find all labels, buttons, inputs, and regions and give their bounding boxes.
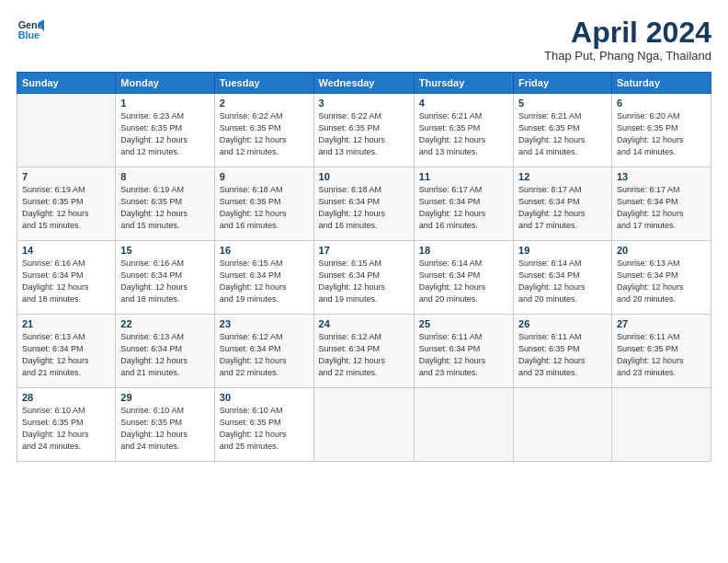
calendar-cell: 22Sunrise: 6:13 AMSunset: 6:34 PMDayligh…: [116, 315, 215, 388]
day-number: 29: [120, 392, 210, 403]
calendar-cell: 16Sunrise: 6:15 AMSunset: 6:34 PMDayligh…: [214, 241, 313, 315]
day-number: 19: [518, 245, 607, 256]
day-number: 6: [617, 98, 706, 109]
calendar-cell: 26Sunrise: 6:11 AMSunset: 6:35 PMDayligh…: [514, 315, 612, 388]
calendar-cell: 25Sunrise: 6:11 AMSunset: 6:34 PMDayligh…: [414, 315, 513, 388]
calendar-cell: 28Sunrise: 6:10 AMSunset: 6:35 PMDayligh…: [17, 388, 116, 462]
calendar-cell: 3Sunrise: 6:22 AMSunset: 6:35 PMDaylight…: [313, 94, 414, 167]
calendar-cell: [611, 388, 711, 462]
calendar-cell: 2Sunrise: 6:22 AMSunset: 6:35 PMDaylight…: [214, 94, 313, 167]
day-detail: Sunrise: 6:19 AMSunset: 6:35 PMDaylight:…: [22, 184, 110, 232]
day-number: 20: [617, 245, 706, 256]
day-detail: Sunrise: 6:17 AMSunset: 6:34 PMDaylight:…: [419, 184, 508, 232]
day-number: 8: [120, 171, 210, 182]
day-number: 24: [319, 318, 409, 329]
day-number: 7: [22, 171, 110, 182]
day-detail: Sunrise: 6:23 AMSunset: 6:35 PMDaylight:…: [120, 110, 210, 158]
day-detail: Sunrise: 6:15 AMSunset: 6:34 PMDaylight:…: [220, 258, 309, 305]
col-header-sunday: Sunday: [17, 73, 116, 94]
col-header-thursday: Thursday: [414, 73, 513, 94]
calendar-cell: 11Sunrise: 6:17 AMSunset: 6:34 PMDayligh…: [414, 167, 513, 241]
calendar-cell: 21Sunrise: 6:13 AMSunset: 6:34 PMDayligh…: [17, 315, 116, 388]
week-row-3: 14Sunrise: 6:16 AMSunset: 6:34 PMDayligh…: [17, 241, 711, 315]
day-detail: Sunrise: 6:12 AMSunset: 6:34 PMDaylight:…: [220, 331, 309, 379]
col-header-friday: Friday: [514, 73, 612, 94]
day-detail: Sunrise: 6:10 AMSunset: 6:35 PMDaylight:…: [220, 405, 309, 453]
day-detail: Sunrise: 6:11 AMSunset: 6:35 PMDaylight:…: [617, 331, 706, 379]
day-number: 22: [120, 318, 210, 329]
calendar-cell: 27Sunrise: 6:11 AMSunset: 6:35 PMDayligh…: [611, 315, 711, 388]
calendar-cell: 10Sunrise: 6:18 AMSunset: 6:34 PMDayligh…: [313, 167, 414, 241]
calendar-cell: [514, 388, 612, 462]
calendar-cell: 12Sunrise: 6:17 AMSunset: 6:34 PMDayligh…: [514, 167, 612, 241]
day-detail: Sunrise: 6:10 AMSunset: 6:35 PMDaylight:…: [120, 405, 210, 453]
calendar-cell: 8Sunrise: 6:19 AMSunset: 6:35 PMDaylight…: [116, 167, 215, 241]
week-row-4: 21Sunrise: 6:13 AMSunset: 6:34 PMDayligh…: [17, 315, 711, 388]
col-header-tuesday: Tuesday: [214, 73, 313, 94]
day-number: 13: [617, 171, 706, 182]
day-number: 11: [419, 171, 508, 182]
header: General Blue April 2024 Thap Put, Phang …: [17, 17, 711, 63]
calendar-cell: 30Sunrise: 6:10 AMSunset: 6:35 PMDayligh…: [214, 388, 313, 462]
week-row-1: 1Sunrise: 6:23 AMSunset: 6:35 PMDaylight…: [17, 94, 711, 167]
day-number: 21: [22, 318, 110, 329]
calendar-cell: 23Sunrise: 6:12 AMSunset: 6:34 PMDayligh…: [214, 315, 313, 388]
day-detail: Sunrise: 6:11 AMSunset: 6:35 PMDaylight:…: [518, 331, 607, 379]
calendar-cell: 18Sunrise: 6:14 AMSunset: 6:34 PMDayligh…: [414, 241, 513, 315]
calendar-cell: 7Sunrise: 6:19 AMSunset: 6:35 PMDaylight…: [17, 167, 116, 241]
day-number: 16: [220, 245, 309, 256]
calendar-cell: 9Sunrise: 6:18 AMSunset: 6:35 PMDaylight…: [214, 167, 313, 241]
calendar-cell: 13Sunrise: 6:17 AMSunset: 6:34 PMDayligh…: [611, 167, 711, 241]
header-row: SundayMondayTuesdayWednesdayThursdayFrid…: [17, 73, 711, 94]
day-number: 12: [518, 171, 607, 182]
day-detail: Sunrise: 6:21 AMSunset: 6:35 PMDaylight:…: [518, 110, 607, 158]
day-detail: Sunrise: 6:18 AMSunset: 6:35 PMDaylight:…: [220, 184, 309, 232]
day-detail: Sunrise: 6:17 AMSunset: 6:34 PMDaylight:…: [617, 184, 706, 232]
day-number: 15: [120, 245, 210, 256]
calendar-cell: 17Sunrise: 6:15 AMSunset: 6:34 PMDayligh…: [313, 241, 414, 315]
calendar-cell: 24Sunrise: 6:12 AMSunset: 6:34 PMDayligh…: [313, 315, 414, 388]
calendar-table: SundayMondayTuesdayWednesdayThursdayFrid…: [17, 72, 711, 462]
week-row-2: 7Sunrise: 6:19 AMSunset: 6:35 PMDaylight…: [17, 167, 711, 241]
day-detail: Sunrise: 6:17 AMSunset: 6:34 PMDaylight:…: [518, 184, 607, 232]
day-number: 4: [419, 98, 508, 109]
svg-text:Blue: Blue: [18, 29, 40, 40]
day-detail: Sunrise: 6:13 AMSunset: 6:34 PMDaylight:…: [120, 331, 210, 379]
week-row-5: 28Sunrise: 6:10 AMSunset: 6:35 PMDayligh…: [17, 388, 711, 462]
day-number: 30: [220, 392, 309, 403]
calendar-cell: [414, 388, 513, 462]
day-detail: Sunrise: 6:14 AMSunset: 6:34 PMDaylight:…: [518, 258, 607, 305]
day-detail: Sunrise: 6:13 AMSunset: 6:34 PMDaylight:…: [617, 258, 706, 305]
calendar-cell: 5Sunrise: 6:21 AMSunset: 6:35 PMDaylight…: [514, 94, 612, 167]
logo-icon: General Blue: [17, 17, 44, 44]
title-block: April 2024 Thap Put, Phang Nga, Thailand: [544, 17, 711, 63]
day-detail: Sunrise: 6:22 AMSunset: 6:35 PMDaylight:…: [319, 110, 409, 158]
calendar-cell: 6Sunrise: 6:20 AMSunset: 6:35 PMDaylight…: [611, 94, 711, 167]
day-detail: Sunrise: 6:14 AMSunset: 6:34 PMDaylight:…: [419, 258, 508, 305]
day-number: 18: [419, 245, 508, 256]
day-detail: Sunrise: 6:18 AMSunset: 6:34 PMDaylight:…: [319, 184, 409, 232]
day-detail: Sunrise: 6:10 AMSunset: 6:35 PMDaylight:…: [22, 405, 110, 453]
day-number: 9: [220, 171, 309, 182]
col-header-saturday: Saturday: [611, 73, 711, 94]
page: General Blue April 2024 Thap Put, Phang …: [0, 0, 728, 563]
calendar-cell: 14Sunrise: 6:16 AMSunset: 6:34 PMDayligh…: [17, 241, 116, 315]
day-number: 25: [419, 318, 508, 329]
col-header-monday: Monday: [116, 73, 215, 94]
day-number: 26: [518, 318, 607, 329]
calendar-cell: 1Sunrise: 6:23 AMSunset: 6:35 PMDaylight…: [116, 94, 215, 167]
location-subtitle: Thap Put, Phang Nga, Thailand: [544, 49, 711, 63]
day-number: 23: [220, 318, 309, 329]
day-detail: Sunrise: 6:11 AMSunset: 6:34 PMDaylight:…: [419, 331, 508, 379]
month-title: April 2024: [544, 17, 711, 49]
day-detail: Sunrise: 6:16 AMSunset: 6:34 PMDaylight:…: [120, 258, 210, 305]
day-detail: Sunrise: 6:20 AMSunset: 6:35 PMDaylight:…: [617, 110, 706, 158]
calendar-cell: 19Sunrise: 6:14 AMSunset: 6:34 PMDayligh…: [514, 241, 612, 315]
calendar-cell: [313, 388, 414, 462]
day-detail: Sunrise: 6:19 AMSunset: 6:35 PMDaylight:…: [120, 184, 210, 232]
calendar-cell: 15Sunrise: 6:16 AMSunset: 6:34 PMDayligh…: [116, 241, 215, 315]
day-number: 5: [518, 98, 607, 109]
day-detail: Sunrise: 6:15 AMSunset: 6:34 PMDaylight:…: [319, 258, 409, 305]
day-detail: Sunrise: 6:12 AMSunset: 6:34 PMDaylight:…: [319, 331, 409, 379]
calendar-cell: 4Sunrise: 6:21 AMSunset: 6:35 PMDaylight…: [414, 94, 513, 167]
